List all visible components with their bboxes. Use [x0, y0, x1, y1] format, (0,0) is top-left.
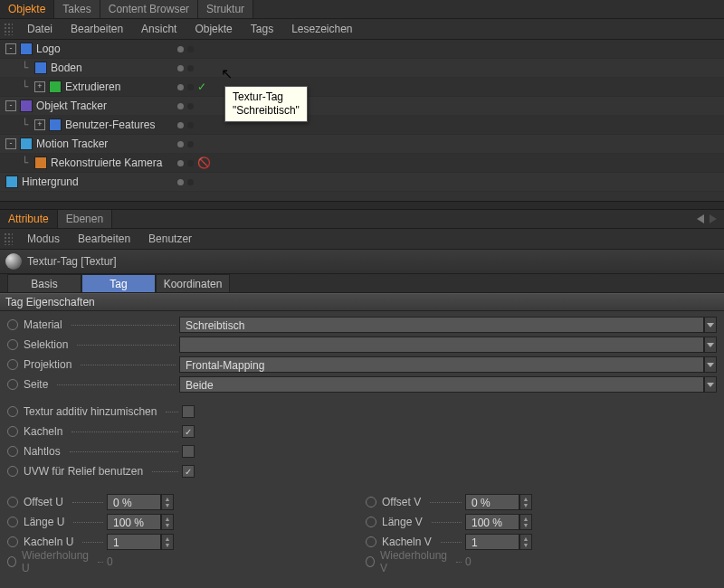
anim-dot-icon[interactable]: [7, 379, 18, 390]
anim-dot-icon[interactable]: [7, 406, 18, 417]
object-label[interactable]: Extrudieren: [65, 81, 120, 93]
visibility-dot-icon[interactable]: [187, 84, 194, 90]
tree-row[interactable]: -Logo: [0, 40, 724, 59]
object-label[interactable]: Logo: [36, 43, 61, 55]
field-laenge-v[interactable]: 100 %: [465, 514, 519, 530]
expander-button[interactable]: +: [34, 81, 45, 92]
object-label[interactable]: Boden: [51, 62, 82, 74]
anim-dot-icon[interactable]: [7, 497, 18, 507]
tree-row[interactable]: -Motion Tracker: [0, 135, 724, 154]
anim-dot-icon[interactable]: [7, 339, 18, 350]
menu-ansicht[interactable]: Ansicht: [132, 19, 186, 39]
anim-dot-icon[interactable]: [7, 319, 18, 330]
layer-dot-icon[interactable]: [177, 141, 184, 147]
tab-objekte[interactable]: Objekte: [0, 0, 54, 18]
expander-button[interactable]: +: [34, 119, 45, 130]
anim-dot-icon[interactable]: [366, 536, 376, 547]
layer-dot-icon[interactable]: [177, 160, 184, 166]
menu-benutzer[interactable]: Benutzer: [139, 229, 201, 249]
object-label[interactable]: Hintergrund: [22, 175, 79, 188]
anim-dot-icon: [7, 556, 16, 567]
field-laenge-u[interactable]: 100 %: [107, 514, 161, 530]
field-offset-u[interactable]: 0 %: [107, 494, 161, 510]
layer-dot-icon[interactable]: [177, 46, 184, 52]
expander-button[interactable]: -: [5, 43, 16, 54]
field-seite[interactable]: Beide: [179, 376, 704, 393]
panel-splitter[interactable]: [0, 201, 724, 210]
expander-button[interactable]: -: [5, 138, 16, 149]
stepper-offset-u[interactable]: ▲▼: [161, 494, 174, 510]
visibility-dot-icon[interactable]: [187, 103, 194, 109]
material-picker-button[interactable]: [704, 317, 717, 333]
tree-row[interactable]: Hintergrund: [0, 173, 724, 192]
menu-lesezeichen[interactable]: Lesezeichen: [282, 19, 361, 39]
menu-objekte[interactable]: Objekte: [186, 19, 241, 39]
tab-content-browser[interactable]: Content Browser: [100, 0, 198, 18]
tab-struktur[interactable]: Struktur: [198, 0, 253, 18]
subtab-basis[interactable]: Basis: [7, 274, 81, 292]
enable-check-icon[interactable]: ✓: [197, 81, 206, 93]
checkbox-textur-additiv[interactable]: [182, 405, 195, 418]
menu-modus[interactable]: Modus: [18, 229, 69, 249]
side-dropdown-button[interactable]: [704, 376, 717, 393]
selection-picker-button[interactable]: [704, 337, 717, 353]
field-kacheln-u[interactable]: 1: [107, 534, 161, 550]
field-offset-v[interactable]: 0 %: [465, 494, 519, 510]
menu-tags[interactable]: Tags: [242, 19, 282, 39]
stepper-laenge-v[interactable]: ▲▼: [519, 514, 532, 530]
object-label[interactable]: Benutzer-Features: [65, 119, 155, 131]
visibility-dot-icon[interactable]: [187, 122, 194, 128]
object-label[interactable]: Objekt Tracker: [36, 100, 107, 112]
menu-datei[interactable]: Datei: [18, 19, 62, 39]
stepper-kacheln-v[interactable]: ▲▼: [519, 534, 532, 550]
field-kacheln-v[interactable]: 1: [465, 534, 519, 550]
layer-dot-icon[interactable]: [177, 179, 184, 185]
layer-dot-icon[interactable]: [177, 84, 184, 90]
field-selektion[interactable]: [179, 337, 704, 353]
checkbox-nahtlos[interactable]: [182, 445, 195, 458]
visibility-dot-icon[interactable]: [187, 46, 194, 52]
menu-bearbeiten[interactable]: Bearbeiten: [62, 19, 132, 39]
layer-dot-icon[interactable]: [177, 65, 184, 71]
nav-back-icon[interactable]: [697, 214, 704, 223]
visibility-dot-icon[interactable]: [187, 65, 194, 71]
visibility-dot-icon[interactable]: [187, 160, 194, 166]
field-projektion[interactable]: Frontal-Mapping: [179, 356, 704, 373]
value-wiederholung-v: 0: [465, 555, 519, 568]
projection-dropdown-button[interactable]: [704, 356, 717, 373]
stepper-offset-v[interactable]: ▲▼: [519, 494, 532, 510]
visibility-dot-icon[interactable]: [187, 141, 194, 147]
object-label[interactable]: Rekonstruierte Kamera: [51, 156, 162, 169]
tree-row[interactable]: └Boden: [0, 59, 724, 78]
tree-row[interactable]: └+Extrudieren✓: [0, 78, 724, 97]
menu-bearbeiten[interactable]: Bearbeiten: [69, 229, 139, 249]
tab-ebenen[interactable]: Ebenen: [58, 210, 112, 228]
checkbox-kacheln[interactable]: ✓: [182, 425, 195, 438]
anim-dot-icon[interactable]: [7, 359, 18, 370]
tree-row[interactable]: -Objekt Tracker: [0, 97, 724, 116]
anim-dot-icon[interactable]: [7, 446, 18, 457]
anim-dot-icon[interactable]: [7, 536, 18, 547]
tree-row[interactable]: └Rekonstruierte Kamera🚫: [0, 154, 724, 173]
subtab-tag[interactable]: Tag: [81, 274, 156, 292]
nav-forward-icon[interactable]: [710, 214, 717, 223]
anim-dot-icon[interactable]: [366, 517, 376, 527]
stepper-laenge-u[interactable]: ▲▼: [161, 514, 174, 530]
branch-icon: └: [22, 62, 34, 74]
layer-dot-icon[interactable]: [177, 122, 184, 128]
object-label[interactable]: Motion Tracker: [36, 138, 108, 150]
layer-dot-icon[interactable]: [177, 103, 184, 109]
anim-dot-icon[interactable]: [366, 497, 376, 507]
anim-dot-icon[interactable]: [7, 517, 18, 527]
field-material[interactable]: Schreibtisch: [179, 317, 704, 333]
anim-dot-icon[interactable]: [7, 426, 18, 437]
chevron-down-icon: [707, 343, 714, 347]
tree-row[interactable]: └+Benutzer-Features: [0, 116, 724, 135]
subtab-koordinaten[interactable]: Koordinaten: [156, 274, 230, 292]
tab-attribute[interactable]: Attribute: [0, 210, 58, 228]
tab-takes[interactable]: Takes: [54, 0, 100, 18]
expander-button[interactable]: -: [5, 100, 16, 111]
value-wiederholung-u: 0: [107, 555, 161, 568]
stepper-kacheln-u[interactable]: ▲▼: [161, 534, 174, 550]
visibility-dot-icon[interactable]: [187, 179, 194, 185]
